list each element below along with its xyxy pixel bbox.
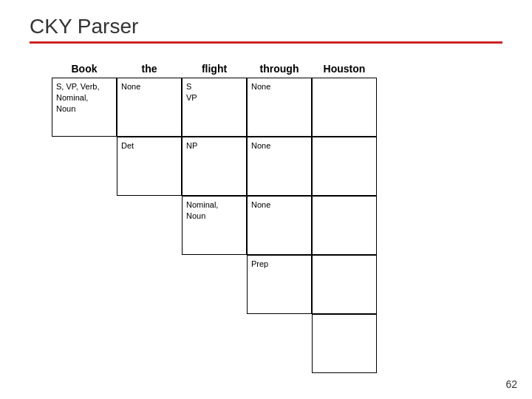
word-book: Book bbox=[52, 58, 117, 78]
title-area: CKY Parser bbox=[30, 15, 502, 44]
word-through: through bbox=[247, 58, 312, 78]
cell-0-1: None bbox=[117, 78, 182, 137]
word-flight: flight bbox=[182, 58, 247, 78]
header-row: Book the flight through Houston bbox=[52, 58, 377, 78]
cell-3-0 bbox=[52, 255, 117, 314]
cell-2-1 bbox=[117, 196, 182, 255]
cell-4-3 bbox=[247, 314, 312, 373]
cky-layout: Book the flight through Houston S, VP, V… bbox=[30, 58, 502, 373]
cell-1-2: NP bbox=[182, 137, 247, 196]
cell-2-0 bbox=[52, 196, 117, 255]
cell-0-2: SVP bbox=[182, 78, 247, 137]
col-1: None Det bbox=[117, 78, 182, 373]
cell-3-1 bbox=[117, 255, 182, 314]
cell-2-4 bbox=[312, 196, 377, 255]
page-title: CKY Parser bbox=[30, 15, 502, 38]
cell-3-2 bbox=[182, 255, 247, 314]
cell-4-2 bbox=[182, 314, 247, 373]
col-2: SVP NP Nominal,Noun bbox=[182, 78, 247, 373]
cell-1-3: None bbox=[247, 137, 312, 196]
cell-2-3: None bbox=[247, 196, 312, 255]
col-4 bbox=[312, 78, 377, 373]
word-houston: Houston bbox=[312, 58, 377, 78]
cell-2-2: Nominal,Noun bbox=[182, 196, 247, 255]
cell-1-0 bbox=[52, 137, 117, 196]
cell-0-4 bbox=[312, 78, 377, 137]
cell-0-0: S, VP, Verb,Nominal,Noun bbox=[52, 78, 117, 137]
cell-3-3: Prep bbox=[247, 255, 312, 314]
grid-body: S, VP, Verb,Nominal,Noun None Det bbox=[52, 78, 377, 373]
cell-1-4 bbox=[312, 137, 377, 196]
col-0: S, VP, Verb,Nominal,Noun bbox=[52, 78, 117, 373]
cell-4-0 bbox=[52, 314, 117, 373]
cell-4-4 bbox=[312, 314, 377, 373]
cell-3-4 bbox=[312, 255, 377, 314]
red-divider bbox=[30, 41, 502, 44]
page-container: CKY Parser Book the flight through Houst… bbox=[0, 0, 532, 399]
word-the: the bbox=[117, 58, 182, 78]
cell-4-1 bbox=[117, 314, 182, 373]
col-3: None None None Prep bbox=[247, 78, 312, 373]
cell-0-3: None bbox=[247, 78, 312, 137]
cell-1-1: Det bbox=[117, 137, 182, 196]
page-number: 62 bbox=[505, 378, 517, 390]
